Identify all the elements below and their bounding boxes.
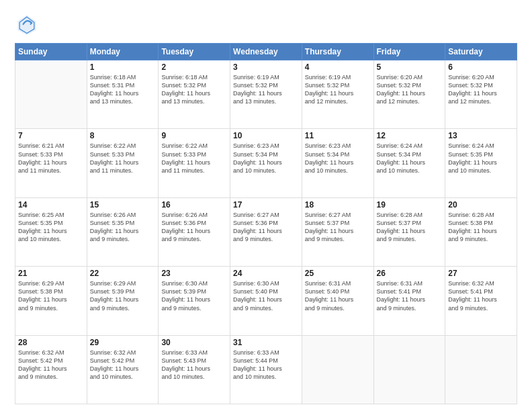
calendar-week-1: 7Sunrise: 6:21 AM Sunset: 5:33 PM Daylig… [15,129,517,197]
calendar-week-3: 21Sunrise: 6:29 AM Sunset: 5:38 PM Dayli… [15,267,517,335]
calendar-cell [373,335,445,404]
day-number: 4 [305,62,371,72]
calendar-cell: 27Sunrise: 6:32 AM Sunset: 5:41 PM Dayli… [445,267,517,335]
calendar-cell: 26Sunrise: 6:31 AM Sunset: 5:41 PM Dayli… [373,267,445,335]
calendar-week-2: 14Sunrise: 6:25 AM Sunset: 5:35 PM Dayli… [15,197,517,266]
day-number: 29 [90,338,156,347]
cell-info: Sunrise: 6:33 AM Sunset: 5:44 PM Dayligh… [233,349,299,381]
cell-info: Sunrise: 6:30 AM Sunset: 5:39 PM Dayligh… [161,279,227,312]
calendar-cell: 11Sunrise: 6:23 AM Sunset: 5:34 PM Dayli… [302,129,373,197]
calendar-week-4: 28Sunrise: 6:32 AM Sunset: 5:42 PM Dayli… [15,335,517,404]
cell-info: Sunrise: 6:28 AM Sunset: 5:37 PM Dayligh… [377,211,443,244]
calendar-cell: 15Sunrise: 6:26 AM Sunset: 5:35 PM Dayli… [87,197,159,266]
calendar-cell: 22Sunrise: 6:29 AM Sunset: 5:39 PM Dayli… [87,267,159,335]
day-number: 12 [377,131,443,140]
cell-info: Sunrise: 6:31 AM Sunset: 5:40 PM Dayligh… [305,279,371,312]
cell-info: Sunrise: 6:21 AM Sunset: 5:33 PM Dayligh… [18,142,84,175]
day-number: 8 [90,131,156,140]
day-number: 31 [233,338,299,347]
calendar-cell: 7Sunrise: 6:21 AM Sunset: 5:33 PM Daylig… [15,129,87,197]
calendar-cell: 4Sunrise: 6:19 AM Sunset: 5:32 PM Daylig… [302,60,373,129]
calendar-week-0: 1Sunrise: 6:18 AM Sunset: 5:31 PM Daylig… [15,60,517,129]
day-number: 27 [448,269,514,278]
cell-info: Sunrise: 6:20 AM Sunset: 5:32 PM Dayligh… [377,73,443,106]
calendar-cell: 6Sunrise: 6:20 AM Sunset: 5:32 PM Daylig… [445,60,517,129]
calendar-cell: 17Sunrise: 6:27 AM Sunset: 5:36 PM Dayli… [230,197,302,266]
calendar-cell [445,335,517,404]
calendar-cell: 18Sunrise: 6:27 AM Sunset: 5:37 PM Dayli… [302,197,373,266]
calendar-cell: 14Sunrise: 6:25 AM Sunset: 5:35 PM Dayli… [15,197,87,266]
calendar-cell: 20Sunrise: 6:28 AM Sunset: 5:38 PM Dayli… [445,197,517,266]
day-number: 16 [161,200,227,210]
calendar-cell: 8Sunrise: 6:22 AM Sunset: 5:33 PM Daylig… [87,129,159,197]
day-number: 9 [161,131,227,140]
page: SundayMondayTuesdayWednesdayThursdayFrid… [0,0,532,411]
calendar-cell: 30Sunrise: 6:33 AM Sunset: 5:43 PM Dayli… [159,335,230,404]
cell-info: Sunrise: 6:32 AM Sunset: 5:42 PM Dayligh… [18,349,84,381]
calendar-cell: 10Sunrise: 6:23 AM Sunset: 5:34 PM Dayli… [230,129,302,197]
cell-info: Sunrise: 6:33 AM Sunset: 5:43 PM Dayligh… [161,349,227,381]
cell-info: Sunrise: 6:18 AM Sunset: 5:32 PM Dayligh… [161,73,227,106]
cell-info: Sunrise: 6:19 AM Sunset: 5:32 PM Dayligh… [233,73,299,106]
day-number: 20 [448,200,514,210]
cell-info: Sunrise: 6:18 AM Sunset: 5:31 PM Dayligh… [90,73,156,106]
day-number: 10 [233,131,299,140]
day-number: 5 [377,62,443,72]
calendar-table: SundayMondayTuesdayWednesdayThursdayFrid… [15,43,517,404]
cell-info: Sunrise: 6:20 AM Sunset: 5:32 PM Dayligh… [448,73,514,106]
cell-info: Sunrise: 6:19 AM Sunset: 5:32 PM Dayligh… [305,73,371,106]
calendar-cell: 3Sunrise: 6:19 AM Sunset: 5:32 PM Daylig… [230,60,302,129]
cell-info: Sunrise: 6:32 AM Sunset: 5:42 PM Dayligh… [90,349,156,381]
calendar-cell: 28Sunrise: 6:32 AM Sunset: 5:42 PM Dayli… [15,335,87,404]
day-number: 26 [377,269,443,278]
calendar-cell: 24Sunrise: 6:30 AM Sunset: 5:40 PM Dayli… [230,267,302,335]
calendar-header-wednesday: Wednesday [230,44,302,60]
calendar-cell: 31Sunrise: 6:33 AM Sunset: 5:44 PM Dayli… [230,335,302,404]
logo-icon [15,12,39,36]
calendar-header-saturday: Saturday [445,44,517,60]
cell-info: Sunrise: 6:29 AM Sunset: 5:39 PM Dayligh… [90,279,156,312]
day-number: 23 [161,269,227,278]
cell-info: Sunrise: 6:22 AM Sunset: 5:33 PM Dayligh… [90,142,156,175]
calendar-cell: 1Sunrise: 6:18 AM Sunset: 5:31 PM Daylig… [87,60,159,129]
svg-marker-0 [18,15,36,36]
day-number: 24 [233,269,299,278]
calendar-header-row: SundayMondayTuesdayWednesdayThursdayFrid… [15,44,517,60]
day-number: 18 [305,200,371,210]
day-number: 30 [161,338,227,347]
cell-info: Sunrise: 6:29 AM Sunset: 5:38 PM Dayligh… [18,279,84,312]
calendar-cell [15,60,87,129]
day-number: 17 [233,200,299,210]
cell-info: Sunrise: 6:30 AM Sunset: 5:40 PM Dayligh… [233,279,299,312]
calendar-header-sunday: Sunday [15,44,87,60]
cell-info: Sunrise: 6:26 AM Sunset: 5:36 PM Dayligh… [161,211,227,244]
calendar-cell: 21Sunrise: 6:29 AM Sunset: 5:38 PM Dayli… [15,267,87,335]
day-number: 19 [377,200,443,210]
cell-info: Sunrise: 6:22 AM Sunset: 5:33 PM Dayligh… [161,142,227,175]
calendar-cell: 5Sunrise: 6:20 AM Sunset: 5:32 PM Daylig… [373,60,445,129]
day-number: 14 [18,200,84,210]
day-number: 25 [305,269,371,278]
day-number: 2 [161,62,227,72]
day-number: 6 [448,62,514,72]
calendar-cell [302,335,373,404]
cell-info: Sunrise: 6:23 AM Sunset: 5:34 PM Dayligh… [233,142,299,175]
cell-info: Sunrise: 6:26 AM Sunset: 5:35 PM Dayligh… [90,211,156,244]
cell-info: Sunrise: 6:25 AM Sunset: 5:35 PM Dayligh… [18,211,84,244]
calendar-cell: 9Sunrise: 6:22 AM Sunset: 5:33 PM Daylig… [159,129,230,197]
day-number: 22 [90,269,156,278]
day-number: 15 [90,200,156,210]
cell-info: Sunrise: 6:27 AM Sunset: 5:37 PM Dayligh… [305,211,371,244]
day-number: 21 [18,269,84,278]
day-number: 11 [305,131,371,140]
calendar-cell: 29Sunrise: 6:32 AM Sunset: 5:42 PM Dayli… [87,335,159,404]
calendar-cell: 16Sunrise: 6:26 AM Sunset: 5:36 PM Dayli… [159,197,230,266]
calendar-cell: 2Sunrise: 6:18 AM Sunset: 5:32 PM Daylig… [159,60,230,129]
day-number: 28 [18,338,84,347]
cell-info: Sunrise: 6:24 AM Sunset: 5:35 PM Dayligh… [448,142,514,175]
day-number: 7 [18,131,84,140]
cell-info: Sunrise: 6:28 AM Sunset: 5:38 PM Dayligh… [448,211,514,244]
calendar-header-friday: Friday [373,44,445,60]
cell-info: Sunrise: 6:27 AM Sunset: 5:36 PM Dayligh… [233,211,299,244]
day-number: 13 [448,131,514,140]
